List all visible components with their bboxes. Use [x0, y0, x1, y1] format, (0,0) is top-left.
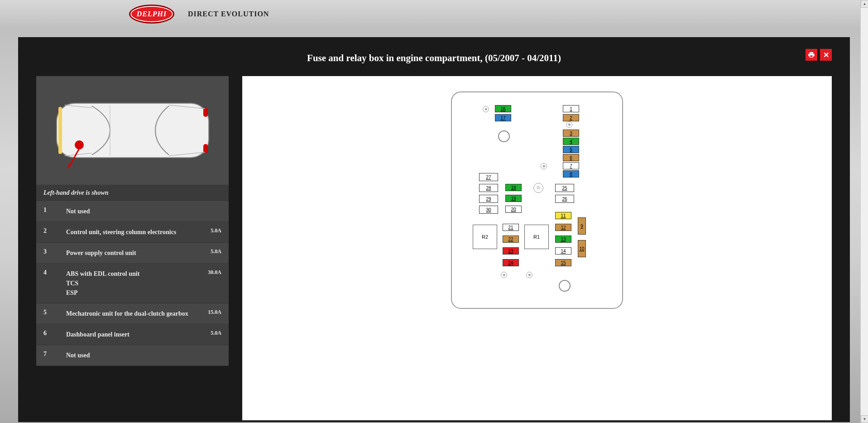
svg-rect-2: [203, 108, 208, 117]
screw-icon: [526, 272, 532, 278]
fuse-amperage: 5.0A: [197, 227, 221, 234]
fuse-description: Not used: [66, 207, 197, 216]
fuse-slot-21[interactable]: 21: [503, 224, 519, 231]
fuse-slot-13[interactable]: 13: [555, 236, 571, 243]
fuse-slot-7[interactable]: 7: [563, 162, 579, 169]
fusebox-diagram-panel: R2 R1 1617123456782728293018192025261112…: [242, 76, 832, 420]
page-title: Fuse and relay box in engine compartment…: [307, 53, 561, 64]
star-screw-icon: [533, 183, 543, 193]
fuse-slot-14[interactable]: 14: [555, 247, 571, 255]
fuse-slot-9[interactable]: 9: [578, 217, 586, 235]
fuse-number: 6: [43, 330, 66, 337]
location-diagram: [36, 76, 229, 185]
screw-icon: [501, 272, 507, 278]
fuse-slot-15[interactable]: 15: [555, 259, 571, 266]
fuse-number: 1: [43, 207, 66, 214]
fuse-slot-23[interactable]: 23: [503, 247, 519, 255]
close-button[interactable]: ✕: [820, 49, 832, 61]
fuse-slot-24[interactable]: 24: [503, 259, 519, 266]
fuse-table-row[interactable]: 3Power supply control unit5.0A: [36, 243, 229, 264]
fuse-slot-5[interactable]: 5: [563, 146, 579, 153]
fuse-table-row[interactable]: 1Not used: [36, 201, 229, 222]
fuse-description: Mechatronic unit for the dual-clutch gea…: [66, 309, 197, 318]
fuse-slot-18[interactable]: 18: [505, 184, 522, 191]
scroll-down-button[interactable]: ▼: [861, 415, 868, 423]
svg-rect-3: [203, 144, 208, 153]
fuse-number: 4: [43, 269, 66, 276]
fuse-number: 5: [43, 309, 66, 316]
relay-r2[interactable]: R2: [473, 225, 497, 249]
fuse-slot-17[interactable]: 17: [495, 114, 511, 121]
product-name: DIRECT EVOLUTION: [188, 10, 269, 18]
fuse-slot-1[interactable]: 1: [563, 105, 579, 112]
fuse-table-row[interactable]: 6Dashboard panel insert5.0A: [36, 324, 229, 345]
fuse-slot-20[interactable]: 20: [505, 206, 522, 213]
brand-logo: DELPHI: [129, 5, 174, 24]
fuse-table-row[interactable]: 2Control unit, steering column electroni…: [36, 222, 229, 243]
fuse-table-row[interactable]: 5Mechatronic unit for the dual-clutch ge…: [36, 303, 229, 324]
screw-icon: [566, 121, 572, 128]
svg-point-9: [75, 140, 84, 149]
fuse-slot-10[interactable]: 10: [578, 240, 586, 257]
fuse-slot-16[interactable]: 16: [495, 105, 511, 112]
fuse-slot-30[interactable]: 30: [479, 206, 498, 214]
vertical-scrollbar[interactable]: ▲ ▼: [860, 0, 868, 423]
screw-icon: [498, 130, 510, 142]
print-button[interactable]: [806, 49, 817, 61]
diagram-note: Left-hand drive is shown: [36, 185, 229, 201]
fuse-number: 7: [43, 351, 66, 358]
fuse-description: Not used: [66, 351, 197, 360]
fuse-description: Dashboard panel insert: [66, 330, 197, 339]
fuse-table-row[interactable]: 4ABS with EDL control unitTCSESP30.0A: [36, 264, 229, 303]
screw-icon: [559, 280, 571, 292]
scroll-up-button[interactable]: ▲: [861, 0, 868, 8]
fuse-description: Power supply control unit: [66, 248, 197, 258]
fuse-slot-26[interactable]: 26: [555, 195, 574, 203]
fuse-slot-2[interactable]: 2: [563, 114, 579, 121]
fuse-slot-22[interactable]: 22: [503, 236, 519, 243]
svg-rect-1: [58, 107, 62, 154]
fuse-slot-11[interactable]: 11: [555, 212, 571, 219]
fuse-slot-29[interactable]: 29: [479, 195, 498, 203]
fuse-description: Control unit, steering column electronic…: [66, 227, 197, 237]
fuse-slot-3[interactable]: 3: [563, 130, 579, 137]
fuse-slot-4[interactable]: 4: [563, 138, 579, 145]
screw-icon: [483, 106, 489, 112]
fuse-number: 3: [43, 248, 66, 255]
fuse-slot-8[interactable]: 8: [563, 170, 579, 178]
fuse-description: ABS with EDL control unitTCSESP: [66, 269, 197, 298]
fuse-amperage: 5.0A: [197, 248, 221, 255]
screw-icon: [541, 163, 547, 169]
fuse-slot-28[interactable]: 28: [479, 184, 498, 192]
fuse-amperage: 30.0A: [197, 269, 221, 276]
fuse-list[interactable]: 1Not used2Control unit, steering column …: [36, 201, 229, 420]
fuse-slot-12[interactable]: 12: [555, 224, 571, 231]
fuse-slot-19[interactable]: 19: [505, 195, 522, 202]
fuse-amperage: 5.0A: [197, 330, 221, 336]
fuse-amperage: 15.0A: [197, 309, 221, 316]
fuse-slot-6[interactable]: 6: [563, 154, 579, 161]
relay-r1[interactable]: R1: [524, 225, 549, 249]
fuse-number: 2: [43, 227, 66, 235]
fuse-slot-25[interactable]: 25: [555, 184, 574, 192]
fuse-table-row[interactable]: 7Not used: [36, 345, 229, 366]
fuse-slot-27[interactable]: 27: [479, 173, 498, 181]
